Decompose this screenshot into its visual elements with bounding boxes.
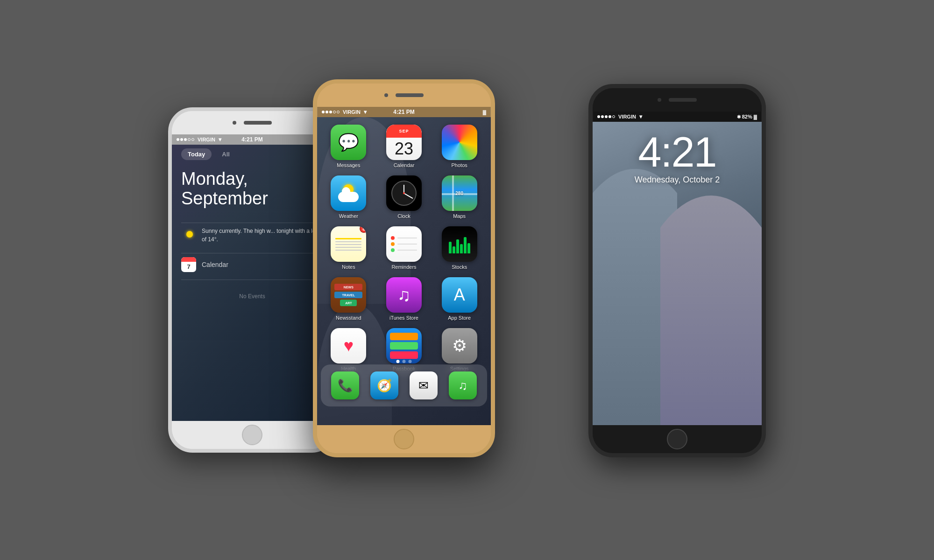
notes-lines [331,232,366,256]
reminder-dot-2 [391,242,395,246]
pass-card-2 [390,342,418,350]
dock-mail-icon: ✉ [418,378,429,393]
app-clock[interactable]: Clock [380,175,428,219]
clock-label: Clock [397,213,410,219]
stock-bar-3 [456,239,459,253]
cal-top-red [181,257,196,262]
front-camera-center [384,93,388,97]
reminder-line-1 [397,238,417,238]
home-button-left[interactable] [242,425,262,445]
home-screen: 💬 Messages SEP 23 Calendar [317,117,491,425]
maps-label: Maps [453,213,466,219]
phone-right-screen: VIRGIN ▾ ✱ 82% ▓ [593,112,762,425]
weather-widget: Sunny currently. The high w... tonight w… [181,227,323,244]
app-notes[interactable]: 8 Notes [325,226,373,270]
maps-app-icon: 280 [442,175,477,211]
status-bar-center: VIRGIN ▾ 4:21 PM ▓ [317,107,491,117]
itunes-app-icon: ♫ [386,277,422,313]
calendar-icon: SEP 23 [386,125,422,160]
messages-label: Messages [337,162,360,168]
clock-face [391,181,417,206]
app-messages[interactable]: 💬 Messages [325,125,373,168]
dock-safari-icon: 🧭 [377,378,392,393]
reminder-3 [391,248,417,252]
weather-icon-content [338,184,359,202]
app-itunes[interactable]: ♫ iTunes Store [380,277,428,321]
phone-left-bottom [172,421,333,449]
app-photos[interactable]: Photos [435,125,483,168]
notes-label: Notes [342,264,355,270]
stock-bar-1 [449,242,452,253]
no-events-label: No Events [181,284,323,309]
tab-today[interactable]: Today [181,148,212,160]
app-reminders[interactable]: Reminders [380,226,428,270]
divider-1 [181,223,323,223]
wifi-left: ▾ [219,136,221,143]
dock-music-icon: ♫ [458,378,467,393]
dock-safari[interactable]: 🧭 [370,371,398,399]
maps-road-v [452,175,454,211]
front-camera-left [233,121,236,125]
reminder-line-3 [397,250,417,251]
calendar-widget: 7 Calendar [181,257,323,272]
page-dot-1 [396,360,400,363]
phone-right-bottom [593,425,762,453]
photos-icon [442,125,477,160]
newsstand-travel: TRAVEL [334,292,362,298]
dock-music[interactable]: ♫ [449,371,477,399]
phone-center-bottom [317,425,491,453]
signal-dot-1 [177,138,179,141]
notes-line-4 [335,247,361,248]
stock-bar-2 [453,246,455,253]
clock-minute-hand [404,193,413,198]
status-bar-right: VIRGIN ▾ ✱ 82% ▓ [593,112,762,122]
signal-center [322,111,340,113]
weather-label: Weather [339,213,358,219]
page-dots [396,360,412,363]
clock-app-icon [386,175,422,211]
settings-app-icon: ⚙ [442,328,477,364]
page-dot-3 [409,360,412,363]
dock-phone[interactable]: 📞 [331,371,359,399]
speaker-right [669,98,697,102]
dock-mail[interactable]: ✉ [410,371,438,399]
notes-line-3 [335,244,361,245]
calendar-app-label: Calendar [394,162,415,168]
passbook-app-icon [386,328,422,364]
dock: 📞 🧭 ✉ ♫ [321,364,487,406]
home-button-right[interactable] [667,429,687,449]
newsstand-news: NEWS [334,284,362,290]
weather-icon-cloud [338,192,359,202]
home-content: 💬 Messages SEP 23 Calendar [317,117,491,379]
notes-app-icon: 8 [331,226,366,262]
reminder-1 [391,236,417,240]
pass-card-3 [390,351,418,359]
reminder-line-2 [397,244,417,245]
messages-icon: 💬 [331,125,366,160]
calendar-small-icon: 7 [181,257,196,272]
lock-content: 4:21 Wednesday, October 2 [593,122,762,189]
stock-bar-5 [464,237,467,253]
reminders-label: Reminders [391,264,416,270]
carrier-left: VIRGIN [198,137,215,142]
lock-time-display: 4:21 [638,131,716,173]
app-newsstand[interactable]: NEWS TRAVEL ART Newsstand [325,277,373,321]
signal-dot-4 [188,138,191,141]
app-maps[interactable]: 280 Maps [435,175,483,219]
status-center-right: ▓ [483,110,486,115]
today-tabs: Today All [181,148,323,160]
tab-all[interactable]: All [215,148,236,160]
app-weather[interactable]: Weather [325,175,373,219]
time-left: 4:21 PM [241,136,262,143]
app-appstore[interactable]: A App Store [435,277,483,321]
lock-people-bg [593,169,762,425]
health-heart-icon: ♥ [344,336,354,356]
bluetooth-icon: ✱ [737,114,741,119]
home-button-center[interactable] [394,429,414,449]
itunes-note: ♫ [397,285,411,305]
notes-line-2 [335,241,361,242]
app-stocks[interactable]: Stocks [435,226,483,270]
notes-badge: 8 [360,226,366,233]
divider-2 [181,253,323,253]
app-calendar[interactable]: SEP 23 Calendar [380,125,428,168]
